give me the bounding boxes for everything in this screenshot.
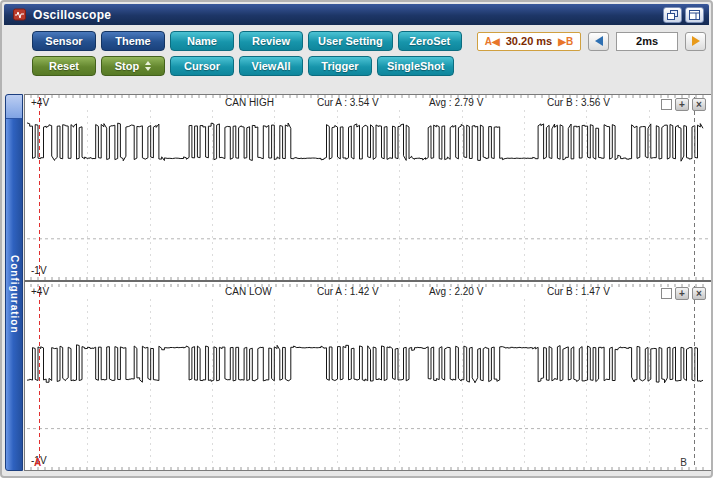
top-voltage-label: +4V — [31, 286, 49, 297]
average-value: Avg : 2.79 V — [429, 97, 483, 108]
cursor-time-readout: A◀ 30.20 ms ▶B — [477, 32, 581, 51]
can-low-waveform[interactable] — [25, 284, 711, 470]
expand-channel-button[interactable]: + — [675, 287, 689, 300]
cursor-a-value: Cur A : 1.42 V — [317, 286, 379, 297]
sensor-button[interactable]: Sensor — [32, 31, 96, 51]
cursor-b-marker: ▶B — [558, 36, 573, 47]
titlebar-buttons — [663, 7, 704, 23]
oscilloscope-window: Oscilloscope Sensor Theme Name Review Us… — [0, 0, 713, 478]
toolbar-row-2: Reset Stop Cursor ViewAll Trigger Single… — [32, 56, 459, 76]
review-button[interactable]: Review — [239, 31, 303, 51]
scope-display: +4V CAN HIGH Cur A : 3.54 V Avg : 2.79 V… — [24, 94, 712, 471]
reset-button[interactable]: Reset — [32, 56, 96, 76]
trigger-button[interactable]: Trigger — [308, 56, 372, 76]
spinner-icon — [145, 61, 151, 71]
right-arrow-icon — [692, 36, 700, 46]
user-setting-button[interactable]: User Setting — [308, 31, 393, 51]
timebase-prev-button[interactable] — [588, 32, 609, 51]
timebase-next-button[interactable] — [685, 32, 706, 51]
timebase-value[interactable]: 2ms — [616, 32, 678, 51]
exit-button[interactable] — [685, 7, 704, 23]
cursor-b-value: Cur B : 1.47 V — [547, 286, 610, 297]
close-channel-button[interactable]: × — [692, 287, 706, 300]
top-voltage-label: +4V — [31, 97, 49, 108]
stop-button-label: Stop — [115, 60, 139, 72]
viewall-button[interactable]: ViewAll — [239, 56, 303, 76]
average-value: Avg : 2.20 V — [429, 286, 483, 297]
configuration-label: Configuration — [9, 119, 20, 470]
window-title: Oscilloscope — [33, 8, 111, 22]
cursor-button[interactable]: Cursor — [170, 56, 234, 76]
channel-visible-checkbox[interactable] — [661, 99, 672, 110]
theme-button[interactable]: Theme — [101, 31, 165, 51]
toolbar-row-1: Sensor Theme Name Review User Setting Ze… — [32, 31, 706, 51]
channel-name: CAN HIGH — [225, 97, 274, 108]
cursor-b-flag[interactable]: B — [680, 457, 687, 468]
singleshot-button[interactable]: SingleShot — [377, 56, 454, 76]
scope-app-icon — [13, 8, 26, 21]
bottom-voltage-label: -1V — [31, 265, 47, 276]
channel-can-low: +4V CAN LOW Cur A : 1.42 V Avg : 2.20 V … — [25, 284, 711, 470]
sidebar-handle[interactable] — [6, 95, 22, 119]
overlap-windows-icon — [667, 10, 678, 20]
close-channel-button[interactable]: × — [692, 98, 706, 111]
channel-name: CAN LOW — [225, 286, 272, 297]
cursor-a-marker: A◀ — [485, 36, 500, 47]
left-arrow-icon — [595, 36, 603, 46]
channel-visible-checkbox[interactable] — [661, 288, 672, 299]
cursor-b-value: Cur B : 3.56 V — [547, 97, 610, 108]
expand-channel-button[interactable]: + — [675, 98, 689, 111]
cursor-a-value: Cur A : 3.54 V — [317, 97, 379, 108]
titlebar[interactable]: Oscilloscope — [4, 4, 709, 25]
zeroset-button[interactable]: ZeroSet — [398, 31, 462, 51]
channel-can-high: +4V CAN HIGH Cur A : 3.54 V Avg : 2.79 V… — [25, 95, 711, 282]
channel-controls: + × — [661, 287, 706, 300]
screen-panel-icon — [689, 10, 700, 20]
stop-button[interactable]: Stop — [101, 56, 165, 76]
configuration-tab[interactable]: Configuration — [5, 94, 23, 471]
can-high-waveform[interactable] — [25, 95, 711, 280]
capture-window-button[interactable] — [663, 7, 682, 23]
name-button[interactable]: Name — [170, 31, 234, 51]
cursor-a-flag[interactable]: A — [34, 457, 41, 468]
channel-controls: + × — [661, 98, 706, 111]
cursor-time-value: 30.20 ms — [506, 35, 552, 47]
